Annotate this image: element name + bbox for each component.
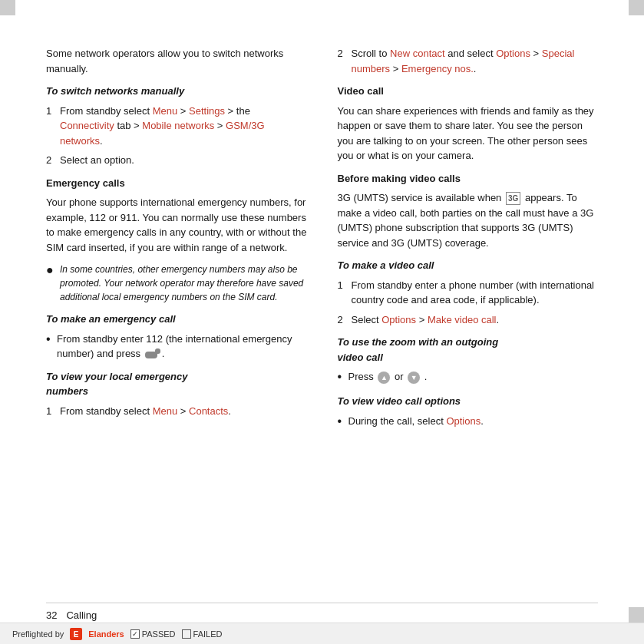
heading-make-emergency: To make an emergency call [46,312,307,327]
step-num-1: 1 [46,104,60,149]
make-video-call-link[interactable]: Make video call [428,314,497,325]
footer: 32 Calling [0,603,644,621]
view-local-steps: 1 From standby select Menu > Contacts. [46,404,307,419]
step-right-2: 2 Scroll to New contact and select Optio… [338,46,599,76]
note-text: In some countries, other emergency numbe… [60,263,307,304]
step-video-num-1: 1 [338,278,352,308]
options-link-3[interactable]: Options [446,415,481,427]
step-right-2-text: Scroll to New contact and select Options… [352,46,599,76]
corner-mark-top-left [0,0,15,15]
step-video-num-2: 2 [338,312,352,328]
elanders-logo-icon: E [70,628,82,640]
failed-label: FAILED [193,629,223,639]
footer-content: 32 Calling [46,609,598,621]
options-link-1[interactable]: Options [496,48,530,59]
mobile-networks-link[interactable]: Mobile networks [142,120,214,131]
video-call-body: You can share experiences with friends a… [338,104,599,163]
note-icon: ● [46,261,60,279]
intro-text: Some network operators allow you to swit… [46,46,307,76]
footer-line [46,603,598,603]
emergency-call-text: From standby enter 112 (the internationa… [57,332,307,362]
step-right-num-2: 2 [338,46,352,76]
step-switch-1-text: From standby select Menu > Settings > th… [60,104,307,149]
preflight-label: Preflighted by [12,629,64,639]
view-video-options-item: • During the call, select Options. [338,414,599,431]
zoom-video-text: Press ▲ or ▼ . [348,369,428,385]
right-column: 2 Scroll to New contact and select Optio… [338,46,599,437]
left-column: Some network operators allow you to swit… [46,46,307,437]
heading-emergency-calls: Emergency calls [46,176,307,191]
menu-link-1[interactable]: Menu [153,105,178,117]
up-icon: ▲ [378,372,390,384]
heading-make-video-call: To make a video call [338,258,599,273]
settings-link-1[interactable]: Settings [189,105,225,117]
new-contact-link[interactable]: New contact [390,48,445,59]
step-switch-1: 1 From standby select Menu > Settings > … [46,104,307,149]
emergency-call-item: • From standby enter 112 (the internatio… [46,332,307,362]
passed-box: ✓ PASSED [130,629,176,639]
elanders-brand: Elanders [88,629,124,639]
heading-view-local: To view your local emergencynumbers [46,369,307,399]
step-switch-2-text: Select an option. [60,153,134,168]
preflight-bar: Preflighted by E Elanders ✓ PASSED FAILE… [0,623,644,644]
emergency-calls-body: Your phone supports international emerge… [46,195,307,255]
switch-manually-steps: 1 From standby select Menu > Settings > … [46,104,307,168]
passed-label: PASSED [142,629,176,639]
step-num-2: 2 [46,153,60,168]
zoom-video-item: • Press ▲ or ▼ . [338,369,599,386]
step-local-1-text: From standby select Menu > Contacts. [60,404,231,419]
step-local-1: 1 From standby select Menu > Contacts. [46,404,307,419]
failed-checkbox [182,629,191,639]
passed-checkbox: ✓ [130,629,140,639]
step-video-1-text: From standby enter a phone number (with … [352,278,599,308]
step-switch-2: 2 Select an option. [46,153,307,168]
calling-label: Calling [66,609,97,621]
step-local-num-1: 1 [46,404,60,419]
heading-switch-manually: To switch networks manually [46,84,307,99]
note-block: ● In some countries, other emergency num… [46,263,307,304]
page: Some network operators allow you to swit… [0,0,644,644]
options-link-2[interactable]: Options [381,314,416,325]
view-video-options-text: During the call, select Options. [348,414,484,429]
zoom-bullet-icon: • [338,368,348,386]
heading-zoom-video: To use the zoom with an outgoingvideo ca… [338,335,599,365]
menu-link-2[interactable]: Menu [153,405,178,417]
contacts-link[interactable]: Contacts [189,405,228,417]
corner-mark-top-right [629,0,644,15]
step-video-1: 1 From standby enter a phone number (wit… [338,278,599,308]
3g-icon: 3G [506,192,520,205]
bullet-icon: • [46,330,57,348]
svg-rect-1 [155,348,160,354]
heading-view-video-options: To view video call options [338,394,599,409]
failed-box: FAILED [182,629,223,639]
main-content: Some network operators allow you to swit… [46,46,598,437]
step-video-2-text: Select Options > Make video call. [352,312,500,328]
page-number: 32 [46,609,57,621]
heading-before-video: Before making video calls [338,171,599,187]
emergency-call-list: • From standby enter 112 (the internatio… [46,332,307,362]
make-video-steps: 1 From standby enter a phone number (wit… [338,278,599,328]
call-icon [145,348,160,361]
zoom-video-list: • Press ▲ or ▼ . [338,369,599,386]
svg-text:E: E [74,630,79,639]
heading-video-call: Video call [338,84,599,99]
options-bullet-icon: • [338,412,348,431]
emergency-nos-link[interactable]: Emergency nos. [401,63,474,74]
down-icon: ▼ [408,372,420,384]
right-step2-list: 2 Scroll to New contact and select Optio… [338,46,599,76]
step-video-2: 2 Select Options > Make video call. [338,312,599,328]
connectivity-link[interactable]: Connectivity [60,120,114,131]
before-video-body: 3G (UMTS) service is available when 3G a… [338,190,599,250]
view-video-options-list: • During the call, select Options. [338,414,599,431]
